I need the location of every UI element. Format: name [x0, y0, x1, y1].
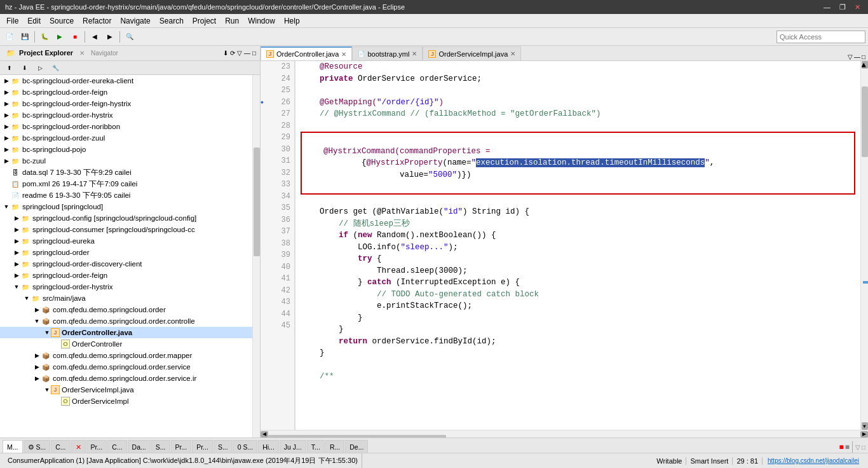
- tree-item-orderserviceimpl-class[interactable]: ▶ O OrderServiceImpl: [0, 396, 252, 407]
- bottom-tab-s1[interactable]: ⚙ S...: [24, 440, 51, 453]
- run-button[interactable]: ▶: [53, 30, 67, 44]
- sidebar-min-icon[interactable]: —: [244, 50, 250, 57]
- bottom-tab-0s[interactable]: 0 S...: [233, 440, 258, 453]
- sidebar-tool-4[interactable]: 🔧: [48, 61, 62, 75]
- status-link[interactable]: https://blog.csdn.net/jiaodalcailei: [763, 457, 864, 464]
- tree-item-pkg-controller[interactable]: ▼ 📦 com.qfedu.demo.springcloud.order.con…: [0, 315, 252, 327]
- editor-hscroll[interactable]: ◀ ▶: [261, 430, 868, 437]
- bottom-tab-pr2[interactable]: Pr...: [171, 440, 192, 453]
- menu-source[interactable]: Source: [46, 15, 78, 27]
- tree-item-pomxml[interactable]: ▶ 📋 pom.xml 26 19-4-17 下午7:09 cailei: [0, 178, 252, 189]
- scroll-down[interactable]: ▼: [862, 422, 868, 430]
- stop-btn-gray[interactable]: ■: [845, 443, 850, 451]
- bottom-tab-hi[interactable]: Hi...: [258, 440, 279, 453]
- tree-item-src-main-java[interactable]: ▼ 📁 src/main/java: [0, 292, 252, 304]
- menu-search[interactable]: Search: [156, 15, 187, 27]
- scroll-up[interactable]: ▲: [862, 61, 868, 69]
- bottom-tab-m[interactable]: M...: [3, 440, 23, 453]
- maximize-button[interactable]: ❐: [837, 3, 848, 11]
- sidebar-tab-explorer[interactable]: 📁 Project Explorer: [4, 48, 76, 59]
- forward-button[interactable]: ▶: [103, 30, 117, 44]
- tree-item-feign-hystrix[interactable]: ▶ 📁 bc-springcloud-order-feign-hystrix: [0, 98, 252, 109]
- menu-file[interactable]: File: [3, 15, 22, 27]
- bottom-tab-ju[interactable]: Ju J...: [280, 440, 306, 453]
- tree-item-sc-discovery[interactable]: ▶ 📁 springcloud-order-discovery-client: [0, 258, 252, 270]
- tree-item-ordercontroller-class[interactable]: ▶ O OrderController: [0, 338, 252, 350]
- hscroll-right[interactable]: ▶: [860, 431, 868, 437]
- tree-item-zuul-bc[interactable]: ▶ 📁 bc-springcloud-order-zuul: [0, 132, 252, 144]
- editor-vscroll[interactable]: ▲ ▼: [860, 61, 868, 430]
- tab-max-icon[interactable]: □: [862, 53, 865, 60]
- tree-item-bc-zuul[interactable]: ▶ 📁 bc-zuul: [0, 155, 252, 167]
- bottom-tab-pr1[interactable]: Pr...: [86, 440, 107, 453]
- tab-min-icon[interactable]: —: [854, 53, 860, 60]
- tree-item-springcloud[interactable]: ▼ 📁 springcloud [springcloud]: [0, 201, 252, 212]
- tree-item-pkg-order[interactable]: ▶ 📦 com.qfedu.demo.springcloud.order: [0, 304, 252, 315]
- bottom-tab-t[interactable]: T...: [307, 440, 325, 453]
- bottom-tab-de[interactable]: De...: [345, 440, 368, 453]
- bottom-tab-close[interactable]: ✕: [71, 440, 86, 453]
- bottom-tab-s3[interactable]: S...: [214, 440, 233, 453]
- collapse-icon[interactable]: ⬇: [223, 50, 228, 57]
- tree-item-hystrix[interactable]: ▶ 📁 bc-springcloud-order-hystrix: [0, 109, 252, 121]
- back-button[interactable]: ◀: [88, 30, 102, 44]
- tab-bootstrap[interactable]: 📄 bootstrap.yml ✕: [352, 46, 423, 60]
- bottom-tab-r[interactable]: R...: [325, 440, 344, 453]
- close-button[interactable]: ✕: [852, 3, 863, 11]
- sidebar-tool-1[interactable]: ⬆: [3, 61, 17, 75]
- menu-run[interactable]: Run: [221, 15, 243, 27]
- code-editor[interactable]: ◆: [261, 61, 868, 430]
- menu-edit[interactable]: Edit: [24, 15, 44, 27]
- tree-item-sc-eureka[interactable]: ▶ 📁 springcloud-eureka: [0, 235, 252, 247]
- status-insert-mode[interactable]: Smart Insert: [686, 457, 733, 465]
- bottom-tab-c[interactable]: C...: [51, 440, 70, 453]
- tree-item-sc-order-feign[interactable]: ▶ 📁 springcloud-order-feign: [0, 270, 252, 281]
- scroll-thumb[interactable]: [862, 86, 868, 157]
- bottom-tab-s2[interactable]: S...: [151, 440, 170, 453]
- menu-navigate[interactable]: Navigate: [116, 15, 154, 27]
- tab-close-ordercontroller[interactable]: ✕: [341, 51, 346, 58]
- bottom-tab-c2[interactable]: C...: [107, 440, 126, 453]
- quick-access-input[interactable]: [776, 31, 865, 43]
- menu-help[interactable]: Help: [280, 15, 304, 27]
- sidebar-max-icon[interactable]: □: [252, 50, 256, 57]
- menu-window[interactable]: Window: [244, 15, 279, 27]
- bottom-tab-da[interactable]: Da...: [128, 440, 151, 453]
- tree-item-datasql[interactable]: ▶ 🗄 data.sql 7 19-3-30 下午9:29 cailei: [0, 167, 252, 178]
- sync-icon[interactable]: ⟳: [230, 50, 235, 57]
- sidebar-x[interactable]: ✕: [79, 50, 85, 57]
- bottom-tab-pr3[interactable]: Pr...: [192, 440, 213, 453]
- tree-item-sc-order-hystrix[interactable]: ▼ 📁 springcloud-order-hystrix: [0, 281, 252, 292]
- new-button[interactable]: 📄: [3, 30, 17, 44]
- sidebar-tool-2[interactable]: ⬇: [18, 61, 32, 75]
- stop-button[interactable]: ■: [68, 30, 82, 44]
- sidebar-nav-tab[interactable]: Navigator: [91, 50, 118, 57]
- project-tree[interactable]: ▶ 📁 bc-springcloud-order-eureka-client ▶…: [0, 75, 252, 437]
- tree-item-noribbon[interactable]: ▶ 📁 bc-springcloud-order-noribbon: [0, 121, 252, 132]
- tree-item-feign[interactable]: ▶ 📁 bc-springcloud-order-feign: [0, 86, 252, 98]
- tree-item-ordercontroller-java[interactable]: ▼ J OrderController.java: [0, 327, 252, 338]
- stop-btn-red[interactable]: ■: [839, 443, 843, 451]
- tree-item-sc-config[interactable]: ▶ 📁 springcloud-config [springcloud/spri…: [0, 212, 252, 224]
- scroll-track[interactable]: [861, 69, 868, 422]
- tree-item-pkg-mapper[interactable]: ▶ 📦 com.qfedu.demo.springcloud.order.map…: [0, 350, 252, 361]
- bottom-menu[interactable]: ▽: [855, 444, 860, 451]
- bottom-max[interactable]: □: [862, 444, 865, 451]
- tree-item-orderserviceimpl-java[interactable]: ▼ J OrderServiceImpl.java: [0, 384, 252, 396]
- tree-item-pkg-service[interactable]: ▶ 📦 com.qfedu.demo.springcloud.order.ser…: [0, 361, 252, 373]
- debug-button[interactable]: 🐛: [37, 30, 51, 44]
- tree-item-pkg-service-ir[interactable]: ▶ 📦 com.qfedu.demo.springcloud.order.ser…: [0, 373, 252, 384]
- tab-close-orderserviceimpl[interactable]: ✕: [510, 50, 515, 57]
- menu-refactor[interactable]: Refactor: [79, 15, 115, 27]
- tree-item-sc-consumer[interactable]: ▶ 📁 springcloud-consumer [springcloud/sp…: [0, 224, 252, 235]
- hscroll-thumb[interactable]: [268, 435, 446, 438]
- sidebar-vscroll[interactable]: [252, 75, 260, 437]
- tab-list-icon[interactable]: ▽: [848, 53, 853, 60]
- sidebar-menu-icon[interactable]: ▽: [237, 50, 242, 57]
- tab-orderserviceimpl[interactable]: J OrderServiceImpl.java ✕: [423, 46, 521, 60]
- hscroll-left[interactable]: ◀: [261, 431, 268, 437]
- menu-project[interactable]: Project: [189, 15, 220, 27]
- sidebar-tool-3[interactable]: ▷: [33, 61, 47, 75]
- tree-item-eureka-client[interactable]: ▶ 📁 bc-springcloud-order-eureka-client: [0, 75, 252, 86]
- tree-item-pojo[interactable]: ▶ 📁 bc-springcloud-pojo: [0, 144, 252, 155]
